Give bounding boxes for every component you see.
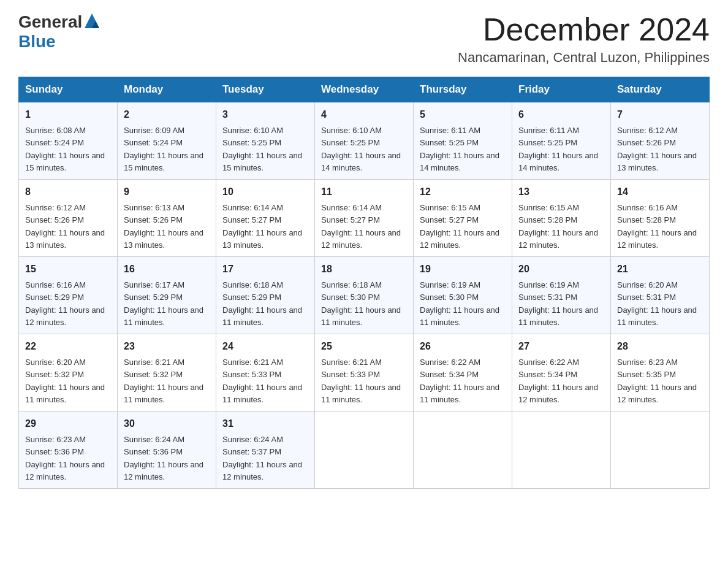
day-number: 16 [124, 262, 210, 277]
day-info: Sunrise: 6:18 AMSunset: 5:30 PMDaylight:… [321, 280, 401, 327]
day-info: Sunrise: 6:21 AMSunset: 5:33 PMDaylight:… [321, 358, 401, 404]
page-header: General Blue December 2024 Nancamarinan,… [18, 12, 710, 66]
day-info: Sunrise: 6:10 AMSunset: 5:25 PMDaylight:… [222, 126, 302, 172]
day-number: 23 [124, 339, 210, 354]
logo-icon [83, 12, 100, 29]
day-number: 18 [321, 262, 407, 277]
calendar-cell [315, 412, 414, 489]
calendar-cell: 6Sunrise: 6:11 AMSunset: 5:25 PMDaylight… [512, 102, 611, 180]
calendar-table: Sunday Monday Tuesday Wednesday Thursday… [18, 77, 710, 489]
calendar-cell: 8Sunrise: 6:12 AMSunset: 5:26 PMDaylight… [19, 180, 118, 257]
logo-general: General [18, 12, 82, 32]
day-number: 7 [617, 107, 703, 122]
calendar-week-row: 22Sunrise: 6:20 AMSunset: 5:32 PMDayligh… [19, 334, 710, 412]
day-number: 8 [25, 185, 111, 199]
col-saturday: Saturday [611, 77, 710, 102]
day-info: Sunrise: 6:12 AMSunset: 5:26 PMDaylight:… [617, 126, 697, 172]
day-info: Sunrise: 6:23 AMSunset: 5:36 PMDaylight:… [25, 435, 105, 481]
day-info: Sunrise: 6:11 AMSunset: 5:25 PMDaylight:… [420, 126, 499, 172]
day-info: Sunrise: 6:22 AMSunset: 5:34 PMDaylight:… [420, 358, 499, 404]
day-number: 28 [617, 339, 703, 354]
calendar-body: 1Sunrise: 6:08 AMSunset: 5:24 PMDaylight… [19, 102, 710, 489]
day-number: 26 [420, 339, 506, 354]
calendar-week-row: 15Sunrise: 6:16 AMSunset: 5:29 PMDayligh… [19, 257, 710, 334]
day-info: Sunrise: 6:10 AMSunset: 5:25 PMDaylight:… [321, 126, 401, 172]
calendar-cell: 7Sunrise: 6:12 AMSunset: 5:26 PMDaylight… [611, 102, 710, 180]
day-number: 25 [321, 339, 407, 354]
month-title: December 2024 [458, 12, 710, 47]
calendar-cell: 23Sunrise: 6:21 AMSunset: 5:32 PMDayligh… [118, 334, 216, 412]
day-number: 27 [518, 339, 604, 354]
day-info: Sunrise: 6:16 AMSunset: 5:28 PMDaylight:… [617, 203, 697, 250]
calendar-week-row: 1Sunrise: 6:08 AMSunset: 5:24 PMDaylight… [19, 102, 710, 180]
day-number: 24 [222, 339, 308, 354]
calendar-cell: 21Sunrise: 6:20 AMSunset: 5:31 PMDayligh… [611, 257, 710, 334]
day-number: 5 [420, 107, 506, 122]
col-thursday: Thursday [414, 77, 512, 102]
calendar-cell: 16Sunrise: 6:17 AMSunset: 5:29 PMDayligh… [118, 257, 216, 334]
calendar-cell: 18Sunrise: 6:18 AMSunset: 5:30 PMDayligh… [315, 257, 414, 334]
day-info: Sunrise: 6:19 AMSunset: 5:30 PMDaylight:… [420, 280, 499, 327]
day-info: Sunrise: 6:14 AMSunset: 5:27 PMDaylight:… [321, 203, 401, 250]
day-number: 2 [124, 107, 210, 122]
header-row: Sunday Monday Tuesday Wednesday Thursday… [19, 77, 710, 102]
day-info: Sunrise: 6:24 AMSunset: 5:36 PMDaylight:… [124, 435, 203, 481]
day-info: Sunrise: 6:20 AMSunset: 5:32 PMDaylight:… [25, 358, 105, 404]
day-info: Sunrise: 6:20 AMSunset: 5:31 PMDaylight:… [617, 280, 697, 327]
day-number: 14 [617, 185, 703, 199]
calendar-cell: 2Sunrise: 6:09 AMSunset: 5:24 PMDaylight… [118, 102, 216, 180]
day-number: 1 [25, 107, 111, 122]
calendar-cell: 15Sunrise: 6:16 AMSunset: 5:29 PMDayligh… [19, 257, 118, 334]
calendar-cell [414, 412, 512, 489]
day-number: 30 [124, 416, 210, 431]
day-number: 13 [518, 185, 604, 199]
title-block: December 2024 Nancamarinan, Central Luzo… [458, 12, 710, 66]
calendar-cell: 13Sunrise: 6:15 AMSunset: 5:28 PMDayligh… [512, 180, 611, 257]
day-info: Sunrise: 6:08 AMSunset: 5:24 PMDaylight:… [25, 126, 105, 172]
col-tuesday: Tuesday [216, 77, 315, 102]
col-monday: Monday [118, 77, 216, 102]
calendar-cell: 20Sunrise: 6:19 AMSunset: 5:31 PMDayligh… [512, 257, 611, 334]
day-number: 21 [617, 262, 703, 277]
location-subtitle: Nancamarinan, Central Luzon, Philippines [458, 50, 710, 66]
day-info: Sunrise: 6:24 AMSunset: 5:37 PMDaylight:… [222, 435, 302, 481]
day-info: Sunrise: 6:11 AMSunset: 5:25 PMDaylight:… [518, 126, 598, 172]
day-info: Sunrise: 6:09 AMSunset: 5:24 PMDaylight:… [124, 126, 203, 172]
day-number: 17 [222, 262, 308, 277]
calendar-week-row: 8Sunrise: 6:12 AMSunset: 5:26 PMDaylight… [19, 180, 710, 257]
day-info: Sunrise: 6:23 AMSunset: 5:35 PMDaylight:… [617, 358, 697, 404]
calendar-cell: 26Sunrise: 6:22 AMSunset: 5:34 PMDayligh… [414, 334, 512, 412]
day-info: Sunrise: 6:15 AMSunset: 5:28 PMDaylight:… [518, 203, 598, 250]
day-number: 11 [321, 185, 407, 199]
calendar-cell: 30Sunrise: 6:24 AMSunset: 5:36 PMDayligh… [118, 412, 216, 489]
calendar-week-row: 29Sunrise: 6:23 AMSunset: 5:36 PMDayligh… [19, 412, 710, 489]
day-info: Sunrise: 6:18 AMSunset: 5:29 PMDaylight:… [222, 280, 302, 327]
calendar-header: Sunday Monday Tuesday Wednesday Thursday… [19, 77, 710, 102]
day-number: 3 [222, 107, 308, 122]
calendar-cell: 4Sunrise: 6:10 AMSunset: 5:25 PMDaylight… [315, 102, 414, 180]
calendar-cell: 14Sunrise: 6:16 AMSunset: 5:28 PMDayligh… [611, 180, 710, 257]
calendar-cell: 1Sunrise: 6:08 AMSunset: 5:24 PMDaylight… [19, 102, 118, 180]
day-number: 29 [25, 416, 111, 431]
day-number: 12 [420, 185, 506, 199]
col-wednesday: Wednesday [315, 77, 414, 102]
day-info: Sunrise: 6:12 AMSunset: 5:26 PMDaylight:… [25, 203, 105, 250]
day-info: Sunrise: 6:19 AMSunset: 5:31 PMDaylight:… [518, 280, 598, 327]
day-info: Sunrise: 6:21 AMSunset: 5:33 PMDaylight:… [222, 358, 302, 404]
day-info: Sunrise: 6:17 AMSunset: 5:29 PMDaylight:… [124, 280, 203, 327]
calendar-cell: 17Sunrise: 6:18 AMSunset: 5:29 PMDayligh… [216, 257, 315, 334]
calendar-cell: 11Sunrise: 6:14 AMSunset: 5:27 PMDayligh… [315, 180, 414, 257]
logo: General Blue [18, 12, 102, 52]
calendar-cell: 28Sunrise: 6:23 AMSunset: 5:35 PMDayligh… [611, 334, 710, 412]
calendar-cell: 10Sunrise: 6:14 AMSunset: 5:27 PMDayligh… [216, 180, 315, 257]
col-sunday: Sunday [19, 77, 118, 102]
col-friday: Friday [512, 77, 611, 102]
day-number: 22 [25, 339, 111, 354]
day-info: Sunrise: 6:13 AMSunset: 5:26 PMDaylight:… [124, 203, 203, 250]
calendar-cell: 31Sunrise: 6:24 AMSunset: 5:37 PMDayligh… [216, 412, 315, 489]
day-number: 31 [222, 416, 308, 431]
day-number: 9 [124, 185, 210, 199]
day-info: Sunrise: 6:22 AMSunset: 5:34 PMDaylight:… [518, 358, 598, 404]
day-number: 15 [25, 262, 111, 277]
day-info: Sunrise: 6:15 AMSunset: 5:27 PMDaylight:… [420, 203, 499, 250]
